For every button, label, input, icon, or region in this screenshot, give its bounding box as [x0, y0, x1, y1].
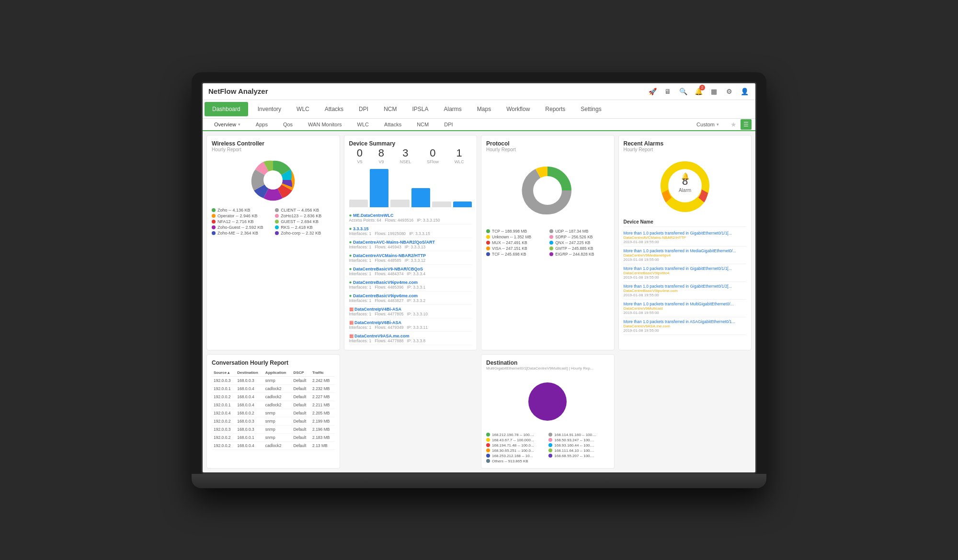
sec-nav-custom[interactable]: Custom ▾: [689, 119, 727, 130]
dest-legend: 168.212.190.78 -- 100.... 168.114.91.160…: [486, 433, 609, 463]
svg-text:🔔: 🔔: [681, 172, 689, 180]
nav-alarms[interactable]: Alarms: [436, 102, 469, 116]
sec-nav-wlc[interactable]: WLC: [350, 119, 376, 130]
nav-inventory[interactable]: Inventory: [250, 102, 289, 116]
col-destination[interactable]: Destination: [235, 369, 263, 377]
dest-8: 168.253.212.168 -- 10...: [486, 454, 547, 458]
table-row: 192.0.0.1168.0.0.4cadlock2Default2.211 M…: [212, 401, 335, 409]
alarm-item-1: More than 1.0 packets transferred in Med…: [624, 246, 747, 264]
user-icon[interactable]: 👤: [739, 86, 750, 97]
nav-settings[interactable]: Settings: [573, 102, 609, 116]
proto-eigrp: EIGRP -- 244.828 KB: [549, 252, 609, 257]
device-counts: 0 V5 8 V9 3 NSEL 0 SFlow: [349, 147, 472, 164]
legend-guest: GUEST -- 2.694 KB: [275, 219, 334, 224]
legend-zoho123: ZoHo123 -- 2.836 KB: [275, 213, 334, 218]
legend-zoho: Zoho -- 4.136 KB: [212, 208, 271, 213]
device-list: ● ME.DataCentreWLC Access Points: 64 Flo…: [349, 211, 472, 345]
nav-dashboard[interactable]: Dashboard: [205, 102, 248, 116]
device-item-7: ▦ DataCentreIpV4Bi-ASA Interfaces: 1 Flo…: [349, 305, 472, 318]
proto-tcp: TCP -- 188.998 MB: [486, 229, 546, 234]
nav-reports[interactable]: Reports: [537, 102, 573, 116]
count-nsel: 3 NSEL: [400, 147, 411, 164]
dest-3: 168.50.93.247 -- 100....: [548, 438, 609, 442]
dest-9: 168.68.55.207 -- 100....: [548, 454, 609, 458]
col-source[interactable]: Source ▴: [212, 369, 235, 377]
alarm-item-3: More than 1.0 packets transferred in Gig…: [624, 282, 747, 300]
proto-pie-chart: [519, 162, 576, 219]
dest-pie-chart: [524, 378, 571, 426]
device-item-2: ● DataCentreAVC-Mains-NBAR2/QoS/ART Inte…: [349, 238, 472, 251]
dest-4: 168.194.71.48 -- 100.0...: [486, 443, 547, 448]
laptop-base: [192, 474, 766, 488]
alarm-item-4: More than 1.0 packets transferred in Mul…: [624, 300, 747, 317]
dest-5: 168.93.160.44 -- 100....: [548, 443, 609, 448]
dest-others: Others -- 913.865 KB: [486, 459, 547, 463]
bell-icon[interactable]: 🔔 2: [693, 86, 704, 97]
wc-subtitle: Hourly Report: [212, 147, 335, 152]
sec-nav-overview[interactable]: Overview ▾: [206, 119, 248, 131]
secondary-nav: Overview ▾ Apps Qos WAN Monitors WLC Att…: [203, 119, 755, 131]
bell-badge: 2: [699, 85, 705, 90]
proto-udp: UDP -- 187.34 MB: [549, 229, 609, 234]
table-row: 192.0.0.3168.0.0.3snmpDefault2.242 MB: [212, 376, 335, 384]
nav-ncm[interactable]: NCM: [376, 102, 404, 116]
monitor-icon[interactable]: 🖥: [662, 86, 673, 97]
device-item-4: ● DataCentreBasicV9-NBAR/CBQoS Interface…: [349, 265, 472, 278]
count-v9: 8 V9: [378, 147, 384, 164]
col-dscp[interactable]: DSCP: [291, 369, 310, 377]
proto-visa: VISA -- 247.151 KB: [486, 246, 546, 251]
sec-nav-apps[interactable]: Apps: [248, 119, 275, 130]
top-icons: 🚀 🖥 🔍 🔔 2 ▦ ⚙ 👤: [647, 86, 750, 97]
proto-tcf: TCF -- 245.698 KB: [486, 252, 546, 257]
sec-nav-attacks[interactable]: Attacks: [376, 119, 409, 130]
proto-sdrp: SDRP -- 256.526 KB: [549, 235, 609, 239]
device-name-header: Device Name: [624, 219, 747, 227]
table-row: 192.0.0.2168.0.0.4cadlock2Default2.13 MB: [212, 441, 335, 449]
wc-pie-chart: [249, 156, 297, 204]
grid-icon[interactable]: ▦: [708, 86, 719, 97]
device-item-9: ▦ DataCentreV9ASA.me.com Interfaces: 1 F…: [349, 332, 472, 345]
conversation-card: Conversation Hourly Report Source ▴ Dest…: [206, 354, 340, 469]
rocket-icon[interactable]: 🚀: [647, 86, 658, 97]
table-row: 192.0.0.4168.0.0.2snmpDefault2.205 MB: [212, 409, 335, 417]
dest-6: 168.30.65.251 -- 100.0...: [486, 448, 547, 453]
alarm-item-0: More than 1.0 packets transferred in Gig…: [624, 229, 747, 246]
nav-attacks[interactable]: Attacks: [317, 102, 351, 116]
nav-ipsla[interactable]: IPSLA: [404, 102, 436, 116]
alarms-subtitle: Hourly Report: [624, 147, 747, 152]
proto-title: Protocol: [486, 140, 609, 147]
alarm-donut-container: 8 Alarm 🔔: [624, 157, 747, 214]
dest-7: 168.111.64.10 -- 100....: [548, 448, 609, 453]
conversation-table: Source ▴ Destination Application DSCP Tr…: [212, 369, 335, 450]
legend-client: CLIENT -- 4.056 KB: [275, 208, 334, 213]
green-menu-button[interactable]: ☰: [741, 119, 752, 130]
gear-icon[interactable]: ⚙: [724, 86, 734, 97]
legend-zoho-guest: Zoho-Guest -- 2.592 KB: [212, 225, 271, 230]
nav-dpi[interactable]: DPI: [351, 102, 376, 116]
ds-title: Device Summary: [349, 140, 472, 147]
destination-card: Destination MultiGigabitEthernet0/1[Data…: [481, 354, 615, 469]
table-row: 192.0.0.2168.0.0.1snmpDefault2.183 MB: [212, 433, 335, 441]
favorite-star[interactable]: ★: [730, 121, 737, 128]
sec-nav-qos[interactable]: Qos: [275, 119, 300, 130]
screen: NetFlow Analyzer 🚀 🖥 🔍 🔔 2 ▦ ⚙ 👤 Dashboa…: [201, 82, 757, 474]
recent-alarms-card: Recent Alarms Hourly Report 8 Alarm: [618, 135, 752, 350]
wc-title: Wireless Controller: [212, 140, 335, 147]
proto-subtitle: Hourly Report: [486, 147, 609, 152]
col-application[interactable]: Application: [263, 369, 292, 377]
proto-gmtp: GMTP -- 245.885 KB: [549, 246, 609, 251]
sec-nav-dpi[interactable]: DPI: [436, 119, 460, 130]
svg-point-2: [533, 176, 562, 205]
table-row: 192.0.0.1168.0.0.4cadlock2Default2.232 M…: [212, 384, 335, 392]
search-icon[interactable]: 🔍: [678, 86, 688, 97]
laptop-frame: NetFlow Analyzer 🚀 🖥 🔍 🔔 2 ▦ ⚙ 👤 Dashboa…: [192, 72, 766, 488]
sec-nav-ncm[interactable]: NCM: [409, 119, 436, 130]
sec-nav-wan[interactable]: WAN Monitors: [300, 119, 350, 130]
count-sflow: 0 SFlow: [427, 147, 439, 164]
nav-workflow[interactable]: Workflow: [499, 102, 537, 116]
nav-maps[interactable]: Maps: [469, 102, 499, 116]
nav-wlc[interactable]: WLC: [289, 102, 317, 116]
col-traffic[interactable]: Traffic: [310, 369, 334, 377]
proto-qnx: QNX -- 247.225 KB: [549, 240, 609, 245]
table-row: 192.0.0.3168.0.0.3snmpDefault2.196 MB: [212, 425, 335, 433]
